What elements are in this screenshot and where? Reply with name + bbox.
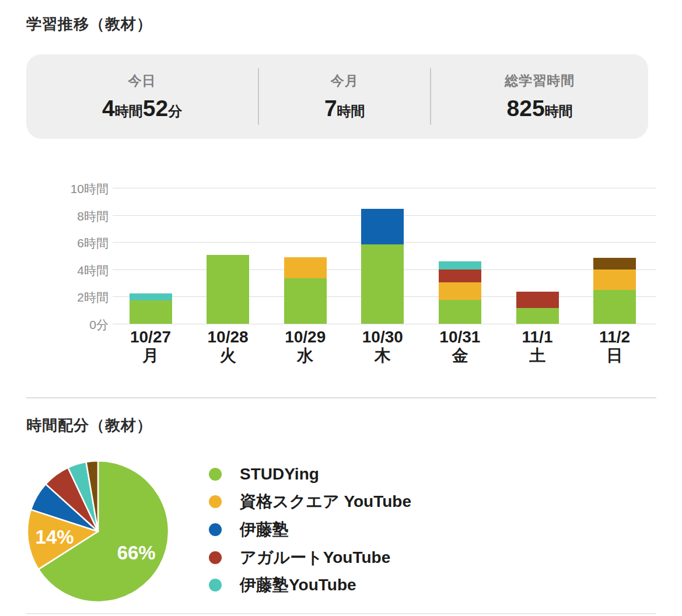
bar-segment xyxy=(284,257,327,278)
legend-dot-icon xyxy=(209,523,222,536)
legend-label: STUDYing xyxy=(240,465,319,484)
x-tick-weekday: 月 xyxy=(110,346,191,365)
x-tick-weekday: 水 xyxy=(264,346,346,365)
x-tick-date: 11/1 xyxy=(496,328,578,346)
y-axis-tick-label: 4時間 xyxy=(23,262,109,279)
x-tick-weekday: 土 xyxy=(496,346,578,365)
bar-segment xyxy=(516,292,559,308)
pie-percentage-label: 14% xyxy=(36,526,74,548)
allocation-section-title: 時間配分（教材） xyxy=(26,415,152,436)
legend-label: アガルートYouTube xyxy=(240,547,390,569)
y-axis-tick-label: 10時間 xyxy=(23,181,109,197)
x-axis-tick-label: 11/2日 xyxy=(574,328,656,365)
y-axis-tick-label: 0分 xyxy=(23,317,109,333)
x-tick-weekday: 火 xyxy=(187,346,269,365)
bar-segment xyxy=(516,308,559,324)
legend-dot-icon xyxy=(209,468,222,481)
y-axis-tick-label: 6時間 xyxy=(23,235,109,251)
x-tick-date: 10/31 xyxy=(419,328,501,346)
legend-dot-icon xyxy=(209,551,222,564)
x-tick-weekday: 日 xyxy=(574,346,656,365)
pie-percentage-label: 66% xyxy=(117,542,156,564)
bar-segment xyxy=(593,290,636,324)
legend-item: アガルートYouTube xyxy=(209,544,411,572)
bar-segment xyxy=(439,300,481,324)
x-tick-date: 10/29 xyxy=(264,328,346,346)
bar-segment xyxy=(130,300,172,324)
x-tick-date: 11/2 xyxy=(574,328,656,346)
section-divider xyxy=(26,397,656,398)
y-axis-tick-label: 8時間 xyxy=(23,208,109,225)
legend-label: 伊藤塾YouTube xyxy=(240,574,356,596)
legend-dot-icon xyxy=(209,579,222,592)
bar-segment xyxy=(439,270,481,282)
x-tick-date: 10/27 xyxy=(110,328,191,346)
legend-item: STUDYing xyxy=(209,460,411,488)
bar-segment xyxy=(284,278,327,324)
legend-item: 伊藤塾 xyxy=(209,516,411,544)
x-tick-weekday: 金 xyxy=(419,346,501,365)
bar-segment xyxy=(130,293,172,301)
legend-label: 資格スクエア YouTube xyxy=(240,491,411,513)
bar-segment xyxy=(593,258,636,270)
bar-segment xyxy=(439,282,481,300)
bar-segment xyxy=(439,261,481,270)
x-axis-tick-label: 10/30木 xyxy=(342,328,424,365)
time-allocation-pie-chart: 66%14% xyxy=(26,460,170,603)
x-axis-tick-label: 10/31金 xyxy=(419,328,501,365)
bar-segment xyxy=(593,270,636,290)
x-tick-date: 10/28 xyxy=(187,328,269,346)
bar-segment xyxy=(207,255,249,324)
x-axis-tick-label: 10/29水 xyxy=(264,328,346,365)
pie-legend: STUDYing資格スクエア YouTube伊藤塾アガルートYouTube伊藤塾… xyxy=(209,460,411,599)
bottom-divider xyxy=(26,613,656,614)
x-axis-tick-label: 10/27月 xyxy=(110,328,191,365)
x-tick-date: 10/30 xyxy=(342,328,424,346)
bar-segment xyxy=(361,244,404,324)
legend-dot-icon xyxy=(209,495,222,508)
study-report-page: 学習推移（教材） 今日 4時間52分 今月 7時間 総学習時間 825時間 0分… xyxy=(0,0,682,616)
legend-item: 伊藤塾YouTube xyxy=(209,571,411,599)
y-axis-tick-label: 2時間 xyxy=(23,289,109,306)
x-axis-tick-label: 11/1土 xyxy=(496,328,578,365)
legend-label: 伊藤塾 xyxy=(240,519,289,541)
grid-line xyxy=(113,188,656,188)
x-tick-weekday: 木 xyxy=(342,346,424,365)
legend-item: 資格スクエア YouTube xyxy=(209,488,411,516)
grid-line xyxy=(113,324,656,324)
x-axis-tick-label: 10/28火 xyxy=(187,328,269,365)
bar-segment xyxy=(361,209,404,244)
